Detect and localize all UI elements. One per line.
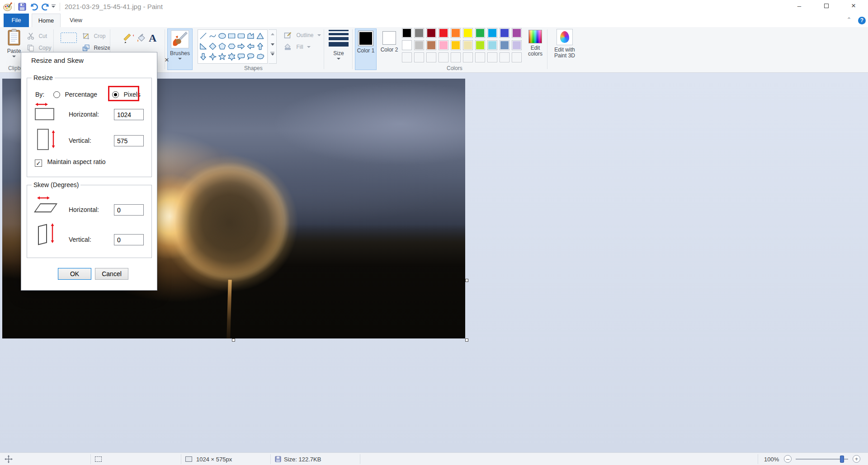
canvas-resize-handle-right[interactable]: [465, 279, 468, 282]
maximize-button[interactable]: [816, 0, 836, 13]
color1-button[interactable]: Color 1: [355, 28, 377, 70]
resize-vertical-input[interactable]: [114, 135, 144, 146]
shapes-scroll-down-icon[interactable]: [271, 43, 274, 46]
zoom-in-icon[interactable]: +: [853, 455, 860, 463]
palette-swatch[interactable]: [463, 28, 473, 38]
palette-swatch[interactable]: [475, 28, 485, 38]
tab-home[interactable]: Home: [32, 14, 61, 27]
fill-tool-icon[interactable]: [136, 33, 147, 44]
pencil-tool-icon[interactable]: [123, 33, 134, 44]
shapes-scroll-up-icon[interactable]: [271, 33, 274, 35]
palette-swatch[interactable]: [426, 28, 436, 38]
size-button[interactable]: Size: [326, 29, 351, 60]
cut-button[interactable]: Cut: [27, 33, 47, 42]
image-dimensions: 1024 × 575px: [196, 456, 232, 463]
palette-empty-slot[interactable]: [500, 52, 509, 62]
shape-diamond-icon[interactable]: [208, 41, 217, 51]
shape-star-6-icon[interactable]: [227, 52, 236, 61]
ok-button[interactable]: OK: [58, 268, 91, 280]
fill-dropdown[interactable]: Fill: [284, 43, 311, 52]
shape-arrow-up-icon[interactable]: [255, 41, 265, 51]
save-icon[interactable]: [18, 3, 26, 11]
palette-empty-slot[interactable]: [426, 52, 436, 62]
palette-swatch[interactable]: [414, 40, 424, 50]
palette-empty-slot[interactable]: [414, 52, 424, 62]
palette-swatch[interactable]: [451, 40, 461, 50]
select-button[interactable]: [59, 30, 79, 45]
shape-pentagon-icon[interactable]: [217, 41, 227, 51]
palette-empty-slot[interactable]: [512, 52, 522, 62]
select-icon: [61, 33, 77, 43]
crop-button[interactable]: Crop: [82, 33, 105, 42]
undo-icon[interactable]: [29, 2, 39, 11]
color1-swatch: [358, 31, 373, 46]
resize-horizontal-input[interactable]: [114, 109, 144, 120]
canvas-resize-handle-bottom[interactable]: [232, 338, 235, 342]
shape-rounded-rectangle-icon[interactable]: [236, 31, 246, 41]
shape-arrow-left-icon[interactable]: [246, 41, 255, 51]
canvas-resize-handle-corner[interactable]: [465, 338, 468, 342]
shape-callout-cloud-icon[interactable]: [255, 52, 265, 61]
palette-swatch[interactable]: [402, 40, 412, 50]
shape-arrow-right-icon[interactable]: [236, 41, 246, 51]
minimize-button[interactable]: –: [789, 0, 809, 13]
shape-star-5-icon[interactable]: [217, 52, 227, 61]
copy-icon: [27, 44, 34, 52]
palette-swatch[interactable]: [487, 40, 497, 50]
palette-swatch[interactable]: [402, 28, 412, 38]
palette-swatch[interactable]: [451, 28, 461, 38]
palette-empty-slot[interactable]: [487, 52, 497, 62]
shape-rectangle-icon[interactable]: [227, 31, 236, 41]
edit-paint3d-button[interactable]: Edit with Paint 3D: [551, 29, 579, 59]
shape-line-icon[interactable]: [198, 31, 208, 41]
dialog-close-icon[interactable]: ×: [162, 56, 171, 65]
skew-section-label: Skew (Degrees): [32, 181, 80, 188]
maintain-aspect-checkbox[interactable]: ✓ Maintain aspect ratio: [35, 158, 106, 167]
shape-curve-icon[interactable]: [208, 31, 217, 41]
shape-triangle-icon[interactable]: [255, 31, 265, 41]
zoom-slider-handle[interactable]: [840, 456, 844, 463]
shape-ellipse-icon[interactable]: [217, 31, 227, 41]
close-button[interactable]: ×: [844, 0, 863, 13]
help-icon[interactable]: ?: [858, 17, 866, 24]
tab-file[interactable]: File: [4, 14, 29, 27]
palette-swatch[interactable]: [414, 28, 424, 38]
edit-colors-button[interactable]: Edit colors: [525, 29, 545, 57]
tab-view[interactable]: View: [63, 14, 89, 27]
shape-hexagon-icon[interactable]: [227, 41, 236, 51]
shapes-more-icon[interactable]: [270, 52, 274, 56]
shape-star-4-icon[interactable]: [208, 52, 217, 61]
skew-vertical-input[interactable]: [114, 234, 144, 245]
palette-swatch[interactable]: [439, 28, 448, 38]
palette-swatch[interactable]: [512, 40, 522, 50]
redo-icon[interactable]: [41, 2, 51, 11]
color2-button[interactable]: Color 2: [378, 28, 400, 70]
palette-swatch[interactable]: [500, 40, 509, 50]
palette-swatch[interactable]: [463, 40, 473, 50]
percentage-radio[interactable]: Percentage: [53, 90, 97, 99]
palette-swatch[interactable]: [475, 40, 485, 50]
palette-swatch[interactable]: [487, 28, 497, 38]
skew-horizontal-input[interactable]: [114, 204, 144, 216]
text-tool-icon[interactable]: A: [149, 32, 156, 44]
collapse-ribbon-icon[interactable]: ⌃: [844, 16, 854, 25]
palette-swatch[interactable]: [439, 40, 448, 50]
palette-empty-slot[interactable]: [463, 52, 473, 62]
shape-right-triangle-icon[interactable]: [198, 41, 208, 51]
zoom-out-icon[interactable]: –: [784, 455, 792, 463]
palette-swatch[interactable]: [426, 40, 436, 50]
file-size-icon: [275, 456, 281, 462]
outline-dropdown[interactable]: Outline: [284, 32, 321, 41]
shape-arrow-down-icon[interactable]: [198, 52, 208, 61]
palette-empty-slot[interactable]: [402, 52, 412, 62]
shape-polygon-icon[interactable]: [246, 31, 255, 41]
palette-swatch[interactable]: [512, 28, 522, 38]
cancel-button[interactable]: Cancel: [95, 268, 128, 280]
qat-dropdown-icon[interactable]: [52, 5, 56, 8]
palette-empty-slot[interactable]: [475, 52, 485, 62]
palette-swatch[interactable]: [500, 28, 509, 38]
shape-callout-oval-icon[interactable]: [246, 52, 255, 61]
palette-empty-slot[interactable]: [451, 52, 461, 62]
palette-empty-slot[interactable]: [439, 52, 448, 62]
shape-callout-rounded-icon[interactable]: [236, 52, 246, 61]
